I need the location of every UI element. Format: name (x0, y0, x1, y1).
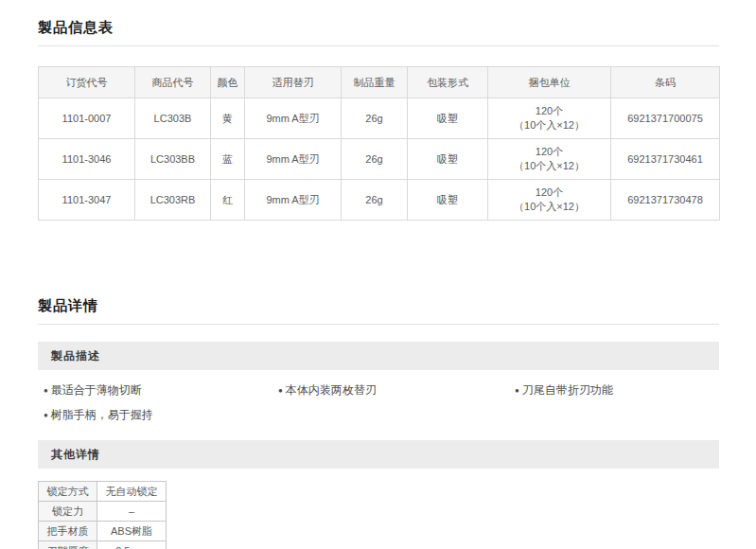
cell-blade: 9mm A型刃 (245, 98, 342, 139)
header-weight: 制品重量 (342, 67, 408, 98)
cell-color: 蓝 (211, 139, 245, 180)
description-bullet-list: ● 最适合于薄物切断 ● 本体内装两枚替刃 ● 刀尾自带折刃功能 ● 树脂手柄，… (38, 382, 719, 423)
cell-barcode: 6921371730461 (611, 139, 720, 180)
bundle-count: 120个 (488, 104, 610, 118)
spec-value: 无自动锁定 (97, 482, 167, 502)
bullet-icon: ● (44, 411, 48, 419)
header-product-code: 商品代号 (135, 67, 211, 98)
bullet-text: 最适合于薄物切断 (51, 382, 142, 398)
bullet-icon: ● (515, 386, 519, 395)
spec-label: 锁定力 (39, 502, 97, 522)
cell-color: 红 (211, 180, 245, 221)
spec-row: 把手材质 ABS树脂 (39, 522, 167, 541)
bundle-count: 120个 (488, 145, 610, 159)
spec-label: 锁定方式 (39, 482, 97, 502)
spec-row: 锁定力 – (39, 502, 167, 522)
bullet-text: 刀尾自带折刃功能 (522, 382, 613, 398)
spec-value: ABS树脂 (97, 522, 167, 541)
cell-barcode: 6921371700075 (611, 98, 720, 139)
spec-row: 刀鞘厚度 0.5mm (39, 541, 167, 549)
bundle-count: 120个 (488, 186, 610, 200)
info-section-title: 製品信息表 (38, 19, 719, 46)
spec-value: – (97, 502, 167, 522)
product-info-table: 订货代号 商品代号 颜色 适用替刃 制品重量 包装形式 捆包单位 条码 1101… (38, 66, 720, 221)
table-row: 1101-3046 LC303BB 蓝 9mm A型刃 26g 吸塑 120个 … (39, 139, 720, 180)
cell-bundle: 120个 （10个入×12） (488, 139, 611, 180)
table-row: 1101-0007 LC303B 黄 9mm A型刃 26g 吸塑 120个 （… (39, 98, 720, 139)
header-color: 颜色 (211, 67, 245, 98)
cell-blade: 9mm A型刃 (245, 180, 342, 221)
cell-weight: 26g (342, 139, 408, 180)
header-barcode: 条码 (611, 67, 720, 98)
cell-blade: 9mm A型刃 (245, 139, 342, 180)
cell-packaging: 吸塑 (408, 139, 488, 180)
table-row: 1101-3047 LC303RB 红 9mm A型刃 26g 吸塑 120个 … (39, 180, 720, 221)
list-item: ● 树脂手柄，易于握持 (44, 407, 278, 423)
description-subheader: 製品描述 (38, 342, 719, 370)
other-details-table: 锁定方式 无自动锁定 锁定力 – 把手材质 ABS树脂 刀鞘厚度 0.5mm (38, 481, 167, 549)
bullet-text: 本体内装两枚替刃 (286, 382, 377, 398)
header-packaging: 包装形式 (408, 67, 488, 98)
header-order-code: 订货代号 (39, 67, 135, 98)
spec-value: 0.5mm (97, 541, 167, 549)
details-section-title: 製品详情 (38, 297, 719, 325)
cell-bundle: 120个 （10个入×12） (488, 98, 611, 139)
product-page: 製品信息表 订货代号 商品代号 颜色 适用替刃 制品重量 包装形式 捆包单位 条… (0, 0, 756, 549)
list-item: ● 刀尾自带折刃功能 (515, 382, 719, 398)
cell-product-code: LC303RB (135, 180, 211, 221)
other-details-subheader: 其他详情 (38, 440, 719, 469)
spec-label: 把手材质 (39, 522, 97, 541)
header-blade: 适用替刃 (245, 67, 342, 98)
cell-product-code: LC303BB (135, 139, 211, 180)
bullet-text: 树脂手柄，易于握持 (51, 407, 153, 423)
cell-barcode: 6921371730478 (611, 180, 720, 221)
cell-weight: 26g (342, 180, 408, 221)
cell-bundle: 120个 （10个入×12） (488, 180, 611, 221)
cell-order-code: 1101-3046 (39, 139, 135, 180)
list-item: ● 本体内装两枚替刃 (278, 382, 515, 398)
spec-label: 刀鞘厚度 (39, 541, 97, 549)
header-bundle: 捆包单位 (488, 67, 611, 98)
bullet-icon: ● (44, 386, 48, 395)
cell-color: 黄 (211, 98, 245, 139)
table-header-row: 订货代号 商品代号 颜色 适用替刃 制品重量 包装形式 捆包单位 条码 (39, 67, 720, 98)
bullet-icon: ● (278, 386, 283, 395)
cell-order-code: 1101-0007 (39, 98, 135, 139)
bundle-detail: （10个入×12） (488, 200, 610, 214)
cell-packaging: 吸塑 (408, 180, 488, 221)
bundle-detail: （10个入×12） (488, 159, 610, 173)
bundle-detail: （10个入×12） (488, 118, 610, 133)
cell-product-code: LC303B (135, 98, 211, 139)
cell-order-code: 1101-3047 (39, 180, 135, 221)
cell-weight: 26g (342, 98, 408, 139)
spec-row: 锁定方式 无自动锁定 (39, 482, 167, 502)
list-item: ● 最适合于薄物切断 (44, 382, 278, 398)
cell-packaging: 吸塑 (408, 98, 488, 139)
